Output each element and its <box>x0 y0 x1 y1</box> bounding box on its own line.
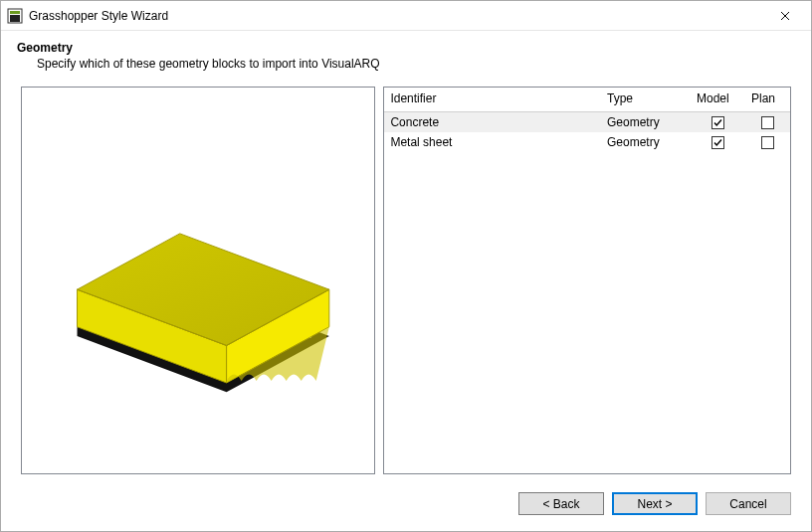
svg-rect-2 <box>10 11 20 14</box>
wizard-footer: < Back Next > Cancel <box>1 482 811 531</box>
page-title: Geometry <box>17 41 791 55</box>
close-icon <box>780 11 790 21</box>
checkbox-plan-cell <box>745 132 790 152</box>
checkbox-plan[interactable] <box>761 136 774 149</box>
preview-panel <box>21 87 375 474</box>
window-title: Grasshopper Style Wizard <box>29 9 762 23</box>
cell-identifier[interactable]: Metal sheet <box>384 132 601 152</box>
checkbox-model[interactable] <box>711 116 724 129</box>
dialog-window: Grasshopper Style Wizard Geometry Specif… <box>0 0 812 532</box>
titlebar: Grasshopper Style Wizard <box>1 1 811 31</box>
checkbox-model-cell <box>691 132 745 152</box>
col-plan[interactable]: Plan <box>745 88 790 112</box>
cell-type: Geometry <box>601 112 691 132</box>
geometry-table-panel: Identifier Type Model Plan ConcreteGeome… <box>383 87 791 474</box>
check-icon <box>712 117 723 128</box>
geometry-preview <box>40 145 357 416</box>
app-icon <box>7 8 23 24</box>
cancel-button[interactable]: Cancel <box>706 492 791 515</box>
close-button[interactable] <box>762 2 807 30</box>
checkbox-model-cell <box>691 112 745 132</box>
geometry-table: Identifier Type Model Plan ConcreteGeome… <box>384 88 790 152</box>
check-icon <box>712 137 723 148</box>
checkbox-plan-cell <box>745 112 790 132</box>
col-model[interactable]: Model <box>691 88 745 112</box>
wizard-header: Geometry Specify which of these geometry… <box>1 31 811 79</box>
checkbox-plan[interactable] <box>761 116 774 129</box>
cell-identifier[interactable]: Concrete <box>384 112 601 132</box>
next-button[interactable]: Next > <box>612 492 698 515</box>
cell-type: Geometry <box>601 132 691 152</box>
col-type[interactable]: Type <box>601 88 691 112</box>
checkbox-model[interactable] <box>711 136 724 149</box>
wizard-content: Identifier Type Model Plan ConcreteGeome… <box>1 79 811 482</box>
svg-rect-1 <box>10 15 20 22</box>
back-button[interactable]: < Back <box>518 492 604 515</box>
col-identifier[interactable]: Identifier <box>384 88 601 112</box>
page-description: Specify which of these geometry blocks t… <box>37 57 791 71</box>
